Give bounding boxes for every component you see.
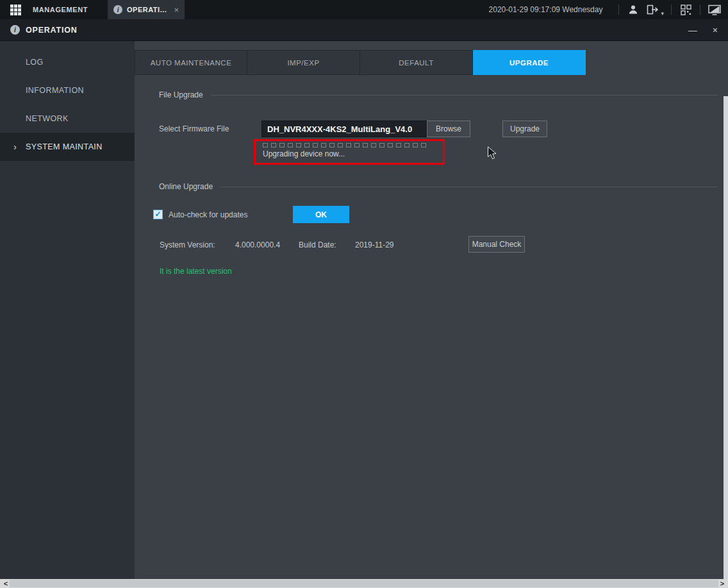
info-icon: i xyxy=(10,25,20,35)
tab-default[interactable]: DEFAULT xyxy=(360,50,473,75)
upgrade-progress-highlight: Upgrading device now... xyxy=(254,139,445,165)
apps-grid-icon[interactable] xyxy=(10,4,21,15)
scroll-right-icon[interactable]: > xyxy=(718,579,727,588)
tab-management[interactable]: MANAGEMENT xyxy=(33,6,88,13)
upgrade-button[interactable]: Upgrade xyxy=(502,121,547,137)
sidebar-item-network[interactable]: NETWORK xyxy=(0,105,135,133)
divider xyxy=(618,4,619,15)
tab-operation-label: OPERATI... xyxy=(127,6,169,13)
sidebar-item-label: INFORMATION xyxy=(26,86,84,95)
autocheck-checkbox[interactable]: ✓ xyxy=(153,210,163,219)
build-date-label: Build Date: xyxy=(299,240,336,249)
info-icon: i xyxy=(113,5,122,14)
sidebar-item-system-maintain[interactable]: › SYSTEM MAINTAIN xyxy=(0,133,135,161)
browse-button[interactable]: Browse xyxy=(427,121,470,137)
manual-check-button[interactable]: Manual Check xyxy=(468,236,525,253)
section-title: Online Upgrade xyxy=(159,182,213,191)
upgrade-status-text: Upgrading device now... xyxy=(263,149,443,158)
version-row: System Version: 4.000.0000.4 Build Date:… xyxy=(135,236,728,253)
window-titlebar: i OPERATION — × xyxy=(0,19,728,41)
tab-upgrade[interactable]: UPGRADE xyxy=(473,50,586,75)
scroll-left-icon[interactable]: < xyxy=(1,579,10,588)
sidebar-item-log[interactable]: LOG xyxy=(0,48,135,76)
divider xyxy=(211,95,718,96)
main-content: AUTO MAINTENANCE IMP/EXP DEFAULT UPGRADE… xyxy=(135,41,728,579)
firmware-file-input[interactable] xyxy=(261,121,427,137)
progress-bar xyxy=(263,143,443,147)
section-title: File Upgrade xyxy=(159,90,203,99)
build-date-value: 2019-11-29 xyxy=(355,240,394,249)
nvr-web-interface: MANAGEMENT i OPERATI... × 2020-01-29 09:… xyxy=(0,0,728,588)
top-system-bar: MANAGEMENT i OPERATI... × 2020-01-29 09:… xyxy=(0,0,728,19)
autocheck-label: Auto-check for updates xyxy=(169,210,247,219)
sidebar-item-label: NETWORK xyxy=(26,114,69,123)
user-icon[interactable] xyxy=(626,3,640,17)
horizontal-scrollbar[interactable]: < > xyxy=(0,579,728,588)
system-version-value: 4.000.0000.4 xyxy=(235,240,280,249)
divider xyxy=(671,4,672,15)
close-icon[interactable]: × xyxy=(713,26,718,35)
vertical-scrollbar[interactable] xyxy=(724,96,728,579)
datetime-display: 2020-01-29 09:17:09 Wednesday xyxy=(489,5,603,14)
sidebar-item-label: LOG xyxy=(26,58,44,67)
sidebar-item-label: SYSTEM MAINTAIN xyxy=(26,142,103,151)
autocheck-row: ✓ Auto-check for updates xyxy=(153,206,247,223)
page-title: OPERATION xyxy=(26,26,78,35)
ok-button[interactable]: OK xyxy=(293,206,349,223)
qr-code-icon[interactable] xyxy=(679,3,693,17)
minimize-icon[interactable]: — xyxy=(688,26,697,35)
logout-dropdown-caret-icon[interactable]: ▾ xyxy=(661,10,664,17)
sidebar: LOG INFORMATION NETWORK › SYSTEM MAINTAI… xyxy=(0,41,135,579)
firmware-file-label: Select Firmware File xyxy=(159,124,229,133)
close-tab-icon[interactable]: × xyxy=(174,5,179,15)
display-icon[interactable] xyxy=(707,3,722,17)
divider xyxy=(220,187,718,187)
latest-version-status: It is the latest version xyxy=(160,267,232,276)
tab-auto-maintenance[interactable]: AUTO MAINTENANCE xyxy=(135,50,247,75)
tab-imp-exp[interactable]: IMP/EXP xyxy=(247,50,360,75)
sidebar-item-information[interactable]: INFORMATION xyxy=(0,76,135,105)
logout-icon[interactable] xyxy=(645,3,659,17)
chevron-right-icon: › xyxy=(13,141,17,152)
tab-operation[interactable]: i OPERATI... × xyxy=(108,0,185,19)
maintain-tabs: AUTO MAINTENANCE IMP/EXP DEFAULT UPGRADE xyxy=(135,50,586,75)
scrollbar-thumb[interactable] xyxy=(10,580,718,587)
divider xyxy=(700,4,700,15)
online-upgrade-section-header: Online Upgrade xyxy=(159,182,718,191)
file-upgrade-section-header: File Upgrade xyxy=(159,90,718,99)
system-version-label: System Version: xyxy=(160,240,215,249)
